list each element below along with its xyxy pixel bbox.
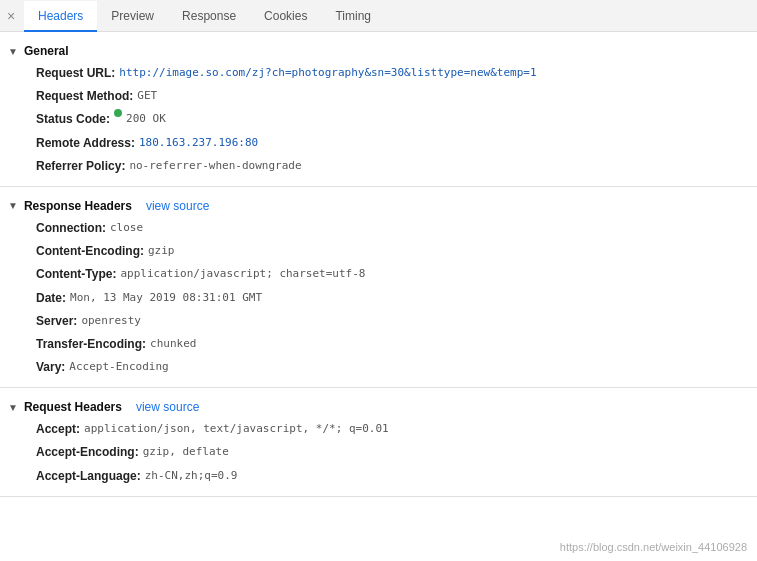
request-url-label: Request URL: [36,64,115,83]
accept-value: application/json, text/javascript, */*; … [84,420,389,439]
remote-address-label: Remote Address: [36,134,135,153]
content-type-row: Content-Type: application/javascript; ch… [0,263,757,286]
request-url-value: http://image.so.com/zj?ch=photography&sn… [119,64,536,83]
content-area: ▼ General Request URL: http://image.so.c… [0,32,757,561]
status-dot-icon [114,109,122,117]
request-method-label: Request Method: [36,87,133,106]
referrer-policy-value: no-referrer-when-downgrade [129,157,301,176]
remote-address-value: 180.163.237.196:80 [139,134,258,153]
response-headers-section: ▼ Response Headers view source Connectio… [0,187,757,388]
accept-label: Accept: [36,420,80,439]
response-headers-section-header[interactable]: ▼ Response Headers view source [0,195,757,217]
status-code-value: 200 OK [126,110,166,129]
request-headers-section: ▼ Request Headers view source Accept: ap… [0,388,757,497]
accept-language-label: Accept-Language: [36,467,141,486]
referrer-policy-row: Referrer Policy: no-referrer-when-downgr… [0,155,757,178]
response-headers-title: Response Headers [24,199,132,213]
accept-row: Accept: application/json, text/javascrip… [0,418,757,441]
triangle-icon: ▼ [8,200,18,211]
close-icon[interactable]: × [4,9,18,23]
referrer-policy-label: Referrer Policy: [36,157,125,176]
remote-address-row: Remote Address: 180.163.237.196:80 [0,132,757,155]
request-headers-section-header[interactable]: ▼ Request Headers view source [0,396,757,418]
tab-timing[interactable]: Timing [321,1,385,32]
request-method-value: GET [137,87,157,106]
transfer-encoding-value: chunked [150,335,196,354]
server-row: Server: openresty [0,310,757,333]
vary-value: Accept-Encoding [69,358,168,377]
tab-preview[interactable]: Preview [97,1,168,32]
general-section-header[interactable]: ▼ General [0,40,757,62]
tab-cookies[interactable]: Cookies [250,1,321,32]
accept-encoding-value: gzip, deflate [143,443,229,462]
accept-encoding-label: Accept-Encoding: [36,443,139,462]
connection-value: close [110,219,143,238]
tab-bar: × Headers Preview Response Cookies Timin… [0,0,757,32]
date-row: Date: Mon, 13 May 2019 08:31:01 GMT [0,287,757,310]
triangle-icon: ▼ [8,46,18,57]
vary-label: Vary: [36,358,65,377]
general-section: ▼ General Request URL: http://image.so.c… [0,32,757,187]
content-type-label: Content-Type: [36,265,116,284]
response-headers-view-source[interactable]: view source [146,199,209,213]
connection-label: Connection: [36,219,106,238]
connection-row: Connection: close [0,217,757,240]
content-encoding-label: Content-Encoding: [36,242,144,261]
content-type-value: application/javascript; charset=utf-8 [120,265,365,284]
transfer-encoding-label: Transfer-Encoding: [36,335,146,354]
date-value: Mon, 13 May 2019 08:31:01 GMT [70,289,262,308]
status-code-row: Status Code: 200 OK [0,108,757,131]
status-code-label: Status Code: [36,110,110,129]
vary-row: Vary: Accept-Encoding [0,356,757,379]
triangle-icon: ▼ [8,402,18,413]
request-headers-view-source[interactable]: view source [136,400,199,414]
request-headers-title: Request Headers [24,400,122,414]
request-url-row: Request URL: http://image.so.com/zj?ch=p… [0,62,757,85]
accept-encoding-row: Accept-Encoding: gzip, deflate [0,441,757,464]
content-encoding-row: Content-Encoding: gzip [0,240,757,263]
accept-language-value: zh-CN,zh;q=0.9 [145,467,238,486]
server-label: Server: [36,312,77,331]
tab-headers[interactable]: Headers [24,1,97,32]
content-encoding-value: gzip [148,242,175,261]
tab-response[interactable]: Response [168,1,250,32]
transfer-encoding-row: Transfer-Encoding: chunked [0,333,757,356]
general-title: General [24,44,69,58]
date-label: Date: [36,289,66,308]
request-method-row: Request Method: GET [0,85,757,108]
accept-language-row: Accept-Language: zh-CN,zh;q=0.9 [0,465,757,488]
server-value: openresty [81,312,141,331]
